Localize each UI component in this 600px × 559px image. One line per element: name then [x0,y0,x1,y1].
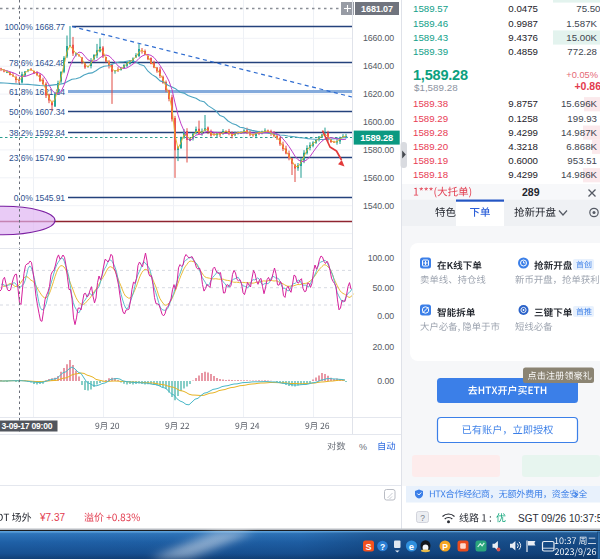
svg-text:0.0475: 0.0475 [508,3,538,14]
svg-text:289: 289 [522,186,540,198]
svg-text:1681.07: 1681.07 [361,4,393,14]
svg-text:$1,589.28: $1,589.28 [414,82,458,93]
svg-text:100.0% 1668.77: 100.0% 1668.77 [4,22,65,32]
svg-text:1589.29: 1589.29 [413,113,448,124]
svg-text:100.00: 100.00 [368,253,395,263]
svg-text:1580.00: 1580.00 [363,145,394,155]
svg-text:1589.38: 1589.38 [413,98,448,109]
svg-text:1589.28: 1589.28 [413,127,448,138]
svg-text:1589.57: 1589.57 [413,3,448,14]
svg-text:+0.86: +0.86 [574,80,600,92]
svg-text:9.4299: 9.4299 [508,127,538,138]
svg-text:1600.00: 1600.00 [363,117,394,127]
svg-text:0.4859: 0.4859 [508,46,538,57]
svg-text:SGT 09/26 10:37:5: SGT 09/26 10:37:5 [518,513,600,524]
svg-text:+0.05%: +0.05% [566,70,598,80]
svg-text:50.0% 1607.34: 50.0% 1607.34 [9,107,65,117]
svg-text:75.50: 75.50 [576,3,600,14]
svg-text:0.00: 0.00 [377,376,394,386]
svg-text:e: e [409,541,414,552]
svg-text:0.0% 1545.91: 0.0% 1545.91 [14,193,66,203]
svg-text:?: ? [420,513,425,523]
svg-text:1589.43: 1589.43 [413,32,448,43]
svg-text:9.8757: 9.8757 [508,98,538,109]
svg-text:9.4376: 9.4376 [508,32,538,43]
svg-text:953.51: 953.51 [567,155,597,166]
svg-text:15.00K: 15.00K [566,32,597,43]
svg-text:1640.00: 1640.00 [363,61,394,71]
svg-text:15.696K: 15.696K [561,98,598,109]
svg-text:1.587K: 1.587K [566,18,597,29]
svg-text:0.1258: 0.1258 [508,113,538,124]
svg-text:1589.19: 1589.19 [413,155,448,166]
svg-text:1560.00: 1560.00 [363,173,394,183]
svg-text:%: % [359,442,367,452]
svg-text:199.93: 199.93 [567,113,597,124]
svg-text:4.3218: 4.3218 [508,141,538,152]
svg-text:1589.28: 1589.28 [360,133,393,143]
svg-text:¥7.37: ¥7.37 [39,512,65,523]
svg-text:38.2% 1592.84: 38.2% 1592.84 [9,128,65,138]
svg-text:S: S [365,542,371,552]
svg-text:0.9987: 0.9987 [508,18,538,29]
svg-text:1540.00: 1540.00 [363,201,394,211]
svg-text:3-09-17 09:00: 3-09-17 09:00 [2,421,53,431]
svg-text:14.987K: 14.987K [561,127,598,138]
svg-text:9.4299: 9.4299 [508,169,538,180]
svg-text:0.6000: 0.6000 [508,155,538,166]
svg-text:6.868K: 6.868K [566,141,597,152]
svg-text:20.00: 20.00 [372,342,394,352]
svg-text:1589.46: 1589.46 [413,18,448,29]
svg-text:23.6% 1574.90: 23.6% 1574.90 [9,153,65,163]
svg-text:1589.20: 1589.20 [413,141,449,152]
svg-text:?: ? [380,542,385,552]
svg-text:1,589.28: 1,589.28 [413,67,468,83]
svg-text:1589.18: 1589.18 [413,169,448,180]
svg-text:78.6% 1642.48: 78.6% 1642.48 [9,58,65,68]
svg-text:1589.39: 1589.39 [413,46,448,57]
svg-text:P: P [442,542,448,552]
svg-text:772.28: 772.28 [567,46,597,57]
svg-text:50.00: 50.00 [372,283,394,293]
svg-text:14.986K: 14.986K [561,169,598,180]
svg-text:0.00: 0.00 [377,311,394,321]
svg-text:1660.00: 1660.00 [363,33,394,43]
svg-text:1620.00: 1620.00 [363,89,394,99]
